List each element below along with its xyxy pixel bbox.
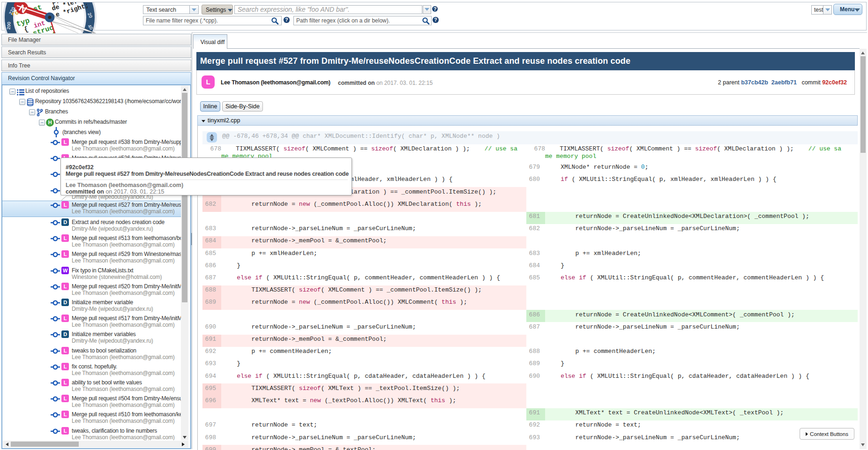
- svg-text:200: 200: [6, 22, 12, 30]
